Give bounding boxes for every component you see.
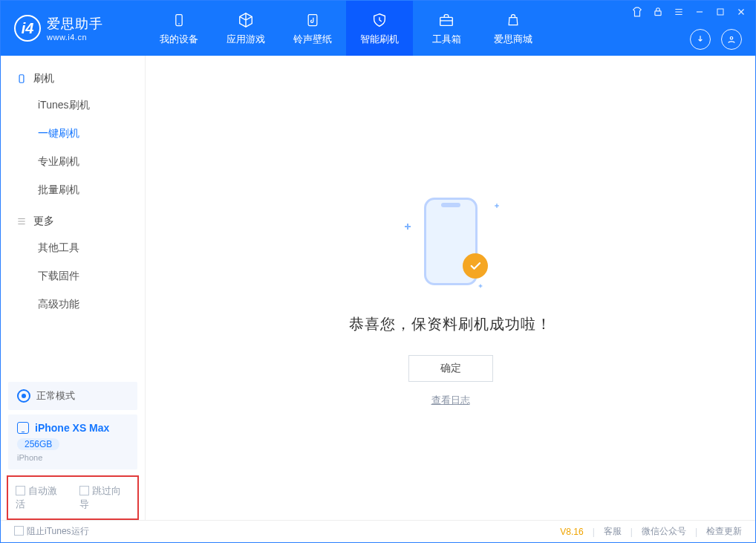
svg-point-1 [178,23,180,25]
skip-guide-checkbox[interactable]: 跳过向导 [79,484,130,511]
nav-tab-label: 爱思商城 [494,33,532,46]
nav-tab-4[interactable]: 工具箱 [413,1,480,56]
app-title: 爱思助手 [47,15,103,33]
bag-icon [504,10,523,30]
nav-tab-label: 工具箱 [432,33,461,46]
device-icon [16,73,27,85]
shirt-icon[interactable] [630,5,644,19]
cube-icon [236,10,255,30]
nav-tab-label: 铃声壁纸 [293,33,332,46]
sidebar-item[interactable]: 下载固件 [1,262,145,290]
sidebar-item[interactable]: 其他工具 [1,234,145,262]
app-header: i4 爱思助手 www.i4.cn 我的设备应用游戏铃声壁纸智能刷机工具箱爱思商… [1,1,755,56]
block-itunes-label: 阻止iTunes运行 [27,526,89,536]
nav-tab-0[interactable]: 我的设备 [146,1,212,56]
lock-icon[interactable] [651,5,665,19]
sidebar-item[interactable]: iTunes刷机 [1,91,145,120]
maximize-icon[interactable] [714,5,727,19]
nav-tab-3[interactable]: 智能刷机 [346,1,413,56]
spark-icon [495,204,499,208]
sidebar-head-more: 更多 [1,209,145,234]
view-log-link[interactable]: 查看日志 [431,394,470,407]
success-illustration [391,189,510,293]
logo-icon: i4 [14,15,41,42]
device-box[interactable]: iPhone XS Max 256GB iPhone [8,414,137,469]
nav-tab-1[interactable]: 应用游戏 [212,1,279,56]
nav-tab-label: 应用游戏 [227,33,265,46]
device-type: iPhone [17,453,128,462]
sidebar-head-flash: 刷机 [1,66,145,91]
svg-rect-7 [19,75,24,83]
window-controls [630,5,748,19]
sidebar-item[interactable]: 批量刷机 [1,176,145,204]
user-button[interactable] [721,29,742,50]
version-label: V8.16 [560,527,583,537]
nav-tab-2[interactable]: 铃声壁纸 [279,1,346,56]
auto-activate-checkbox[interactable]: 自动激活 [16,484,66,511]
spark-icon [478,284,482,288]
footer-link-update[interactable]: 检查更新 [706,525,742,538]
mode-icon [17,389,30,403]
nav-tab-5[interactable]: 爱思商城 [480,1,547,56]
nav-tab-label: 我的设备 [160,33,198,46]
result-text: 恭喜您，保资料刷机成功啦！ [349,314,552,334]
device-name: iPhone XS Max [35,422,109,434]
minimize-icon[interactable] [693,5,706,19]
music-icon [303,10,322,30]
sidebar-item[interactable]: 高级功能 [1,290,145,319]
block-itunes-checkbox[interactable]: 阻止iTunes运行 [14,525,89,538]
list-icon [16,215,27,227]
toolbox-icon [437,10,456,30]
footer-link-support[interactable]: 客服 [604,525,622,538]
svg-rect-5 [717,9,723,15]
sidebar-group2-title: 更多 [33,215,54,228]
footer-link-wechat[interactable]: 微信公众号 [642,525,686,538]
logo: i4 爱思助手 www.i4.cn [1,15,146,42]
mode-box[interactable]: 正常模式 [8,382,137,410]
nav-tab-label: 智能刷机 [360,33,399,46]
close-icon[interactable] [734,5,748,19]
check-icon [463,253,488,279]
mode-label: 正常模式 [36,389,75,403]
svg-point-6 [730,37,733,40]
nav-tabs: 我的设备应用游戏铃声壁纸智能刷机工具箱爱思商城 [146,1,547,56]
spark-icon [405,224,411,230]
main-content: 恭喜您，保资料刷机成功啦！ 确定 查看日志 [146,56,755,520]
device-storage: 256GB [17,438,59,450]
options-row: 自动激活 跳过向导 [7,475,139,520]
download-button[interactable] [690,29,711,50]
ok-button[interactable]: 确定 [408,355,493,382]
header-actions [690,29,742,50]
svg-rect-2 [308,15,317,26]
app-subtitle: www.i4.cn [47,33,103,42]
device-icon [169,10,189,30]
shield-icon [370,10,389,30]
sidebar: 刷机 iTunes刷机一键刷机专业刷机批量刷机 更多 其他工具下载固件高级功能 … [1,56,146,520]
sidebar-item[interactable]: 专业刷机 [1,148,145,176]
sidebar-group-flash: 刷机 iTunes刷机一键刷机专业刷机批量刷机 [1,66,145,209]
sidebar-group-more: 更多 其他工具下载固件高级功能 [1,209,145,323]
footer: 阻止iTunes运行 V8.16 | 客服 | 微信公众号 | 检查更新 [1,520,755,542]
sidebar-item[interactable]: 一键刷机 [1,120,145,148]
svg-rect-3 [440,17,453,25]
phone-icon [17,422,29,434]
svg-rect-4 [655,11,661,16]
menu-icon[interactable] [672,5,685,19]
sidebar-group1-title: 刷机 [33,72,54,85]
